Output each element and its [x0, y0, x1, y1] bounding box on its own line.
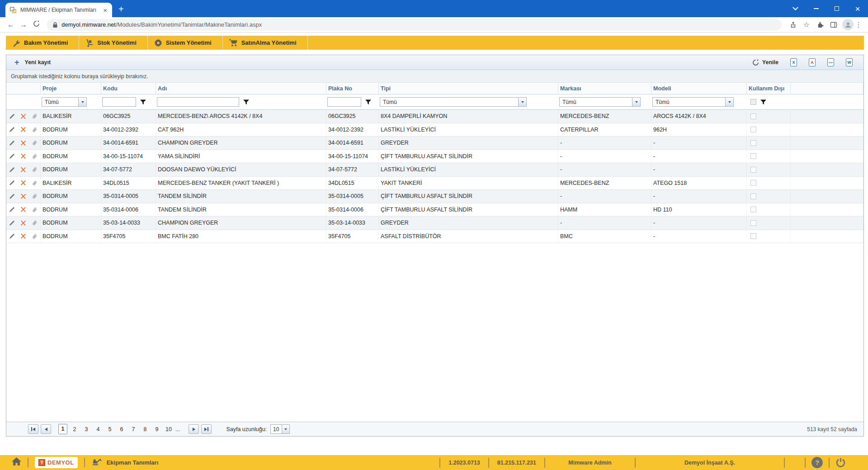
header-plaka-no[interactable]: Plaka No	[326, 83, 379, 94]
header-kullanim-disi[interactable]: Kullanım Dışı	[747, 83, 791, 94]
attachment-icon[interactable]	[30, 231, 40, 241]
share-icon[interactable]	[786, 21, 800, 28]
table-row[interactable]: BALIKESİR 06GC3925 MERCEDES-BENZ\ AROCS …	[6, 110, 863, 123]
delete-icon[interactable]	[19, 178, 28, 188]
filter-funnel-icon[interactable]	[760, 99, 766, 105]
menu-sistem-yonetimi[interactable]: Sistem Yönetimi	[148, 36, 223, 50]
filter-funnel-icon[interactable]	[140, 99, 146, 105]
minimize-button[interactable]	[806, 0, 826, 17]
edit-icon[interactable]	[7, 191, 17, 201]
chrome-kebab-menu-icon[interactable]: ⋮	[854, 21, 863, 29]
dropdown-button[interactable]	[725, 98, 733, 106]
edit-icon[interactable]	[7, 138, 17, 148]
table-row[interactable]: BODRUM 35-0314-0006 TANDEM SİLİNDİR 35-0…	[6, 203, 863, 217]
forward-icon[interactable]: →	[17, 21, 30, 29]
filter-markasi-dropdown[interactable]: Tümü	[559, 97, 641, 107]
back-icon[interactable]: ←	[5, 21, 17, 29]
kullanim-disi-checkbox[interactable]	[750, 233, 756, 239]
kullanim-disi-checkbox[interactable]	[750, 220, 756, 226]
refresh-button[interactable]: Yenile	[752, 59, 778, 66]
kullanim-disi-checkbox[interactable]	[750, 167, 756, 173]
edit-icon[interactable]	[7, 164, 17, 174]
logged-in-user[interactable]: Mimware Admin	[544, 458, 635, 468]
filter-funnel-icon[interactable]	[365, 99, 371, 105]
pager-next-button[interactable]	[189, 424, 199, 434]
chrome-menu-chevron-icon[interactable]	[785, 0, 806, 17]
header-markasi[interactable]: Markası	[558, 83, 651, 94]
kullanim-disi-checkbox[interactable]	[750, 153, 756, 159]
page-number-6[interactable]: 6	[117, 426, 126, 432]
pager-ellipsis[interactable]: ...	[175, 426, 180, 432]
export-excel-icon[interactable]: X	[790, 58, 797, 66]
edit-icon[interactable]	[7, 205, 17, 215]
pager-first-button[interactable]	[28, 424, 38, 434]
attachment-icon[interactable]	[30, 125, 40, 135]
logout-button[interactable]	[829, 458, 852, 468]
edit-icon[interactable]	[7, 178, 17, 188]
table-row[interactable]: BALIKESİR 34DL0515 MERCEDES-BENZ TANKER …	[6, 177, 863, 190]
delete-icon[interactable]	[19, 218, 28, 228]
header-kodu[interactable]: Kodu	[101, 83, 156, 94]
export-word-icon[interactable]: W	[846, 58, 853, 66]
delete-icon[interactable]	[19, 164, 28, 174]
delete-icon[interactable]	[19, 125, 28, 135]
bookmark-star-icon[interactable]: ☆	[800, 20, 813, 29]
page-number-3[interactable]: 3	[82, 426, 91, 432]
side-panel-icon[interactable]	[827, 21, 840, 28]
filter-plaka-input[interactable]	[327, 97, 361, 107]
filter-tipi-dropdown[interactable]: Tümü	[380, 97, 527, 107]
filter-adi-input[interactable]	[157, 97, 239, 107]
extensions-puzzle-icon[interactable]	[813, 21, 827, 28]
page-number-8[interactable]: 8	[141, 426, 150, 432]
attachment-icon[interactable]	[30, 191, 40, 201]
export-csv-icon[interactable]: csv	[827, 58, 834, 66]
attachment-icon[interactable]	[30, 151, 40, 161]
profile-avatar[interactable]	[842, 19, 854, 30]
filter-funnel-icon[interactable]	[243, 99, 249, 105]
edit-icon[interactable]	[7, 218, 17, 228]
page-number-4[interactable]: 4	[94, 426, 103, 432]
tab-close-icon[interactable]: ×	[102, 7, 108, 14]
header-modeli[interactable]: Modeli	[651, 83, 747, 94]
table-row[interactable]: BODRUM 35-0314-0005 TANDEM SİLİNDİR 35-0…	[6, 190, 863, 203]
page-number-10[interactable]: 10	[164, 426, 173, 432]
header-tipi[interactable]: Tipi	[379, 83, 558, 94]
attachment-icon[interactable]	[30, 111, 40, 121]
pager-prev-button[interactable]	[41, 424, 51, 434]
kullanim-disi-checkbox[interactable]	[750, 127, 756, 132]
attachment-icon[interactable]	[30, 218, 40, 228]
dropdown-button[interactable]	[282, 425, 289, 433]
delete-icon[interactable]	[19, 138, 28, 148]
edit-icon[interactable]	[7, 231, 17, 241]
header-proje[interactable]: Proje	[41, 83, 101, 94]
group-panel[interactable]: Gruplamak istediğiniz kolonu buraya sürü…	[6, 70, 863, 83]
delete-icon[interactable]	[19, 231, 28, 241]
edit-icon[interactable]	[7, 125, 17, 135]
attachment-icon[interactable]	[30, 178, 40, 188]
kullanim-disi-checkbox[interactable]	[750, 140, 756, 146]
dropdown-button[interactable]	[518, 98, 526, 106]
table-row[interactable]: BODRUM 34-0012-2392 CAT 962H 34-0012-239…	[6, 123, 863, 137]
filter-kodu-input[interactable]	[102, 97, 136, 107]
filter-modeli-dropdown[interactable]: Tümü	[652, 97, 734, 107]
attachment-icon[interactable]	[30, 164, 40, 174]
home-icon[interactable]	[12, 457, 21, 468]
export-pdf-icon[interactable]: A	[809, 58, 816, 66]
filter-kullanim-disi-checkbox[interactable]	[750, 99, 756, 105]
help-button[interactable]: ?	[805, 458, 829, 468]
menu-bakim-yonetimi[interactable]: Bakım Yönetimi	[6, 36, 79, 50]
delete-icon[interactable]	[19, 191, 28, 201]
new-record-button[interactable]: + Yeni kayıt	[14, 58, 51, 66]
table-row[interactable]: BODRUM 34-0014-6591 CHAMPION GREYDER 34-…	[6, 136, 863, 150]
kullanim-disi-checkbox[interactable]	[750, 207, 756, 212]
page-number-7[interactable]: 7	[129, 426, 138, 432]
attachment-icon[interactable]	[30, 205, 40, 215]
page-number-5[interactable]: 5	[105, 426, 114, 432]
delete-icon[interactable]	[19, 205, 28, 215]
kullanim-disi-checkbox[interactable]	[750, 180, 756, 186]
filter-proje-dropdown[interactable]: Tümü	[42, 97, 87, 107]
menu-stok-yonetimi[interactable]: Stok Yönetimi	[79, 36, 147, 50]
page-length-dropdown[interactable]: 10	[270, 424, 290, 434]
table-row[interactable]: BODRUM 34-00-15-11074 YAMA SİLİNDİRİ 34-…	[6, 150, 863, 164]
table-row[interactable]: BODRUM 35F4705 BMC FATİH 280 35F4705 ASF…	[6, 230, 863, 244]
